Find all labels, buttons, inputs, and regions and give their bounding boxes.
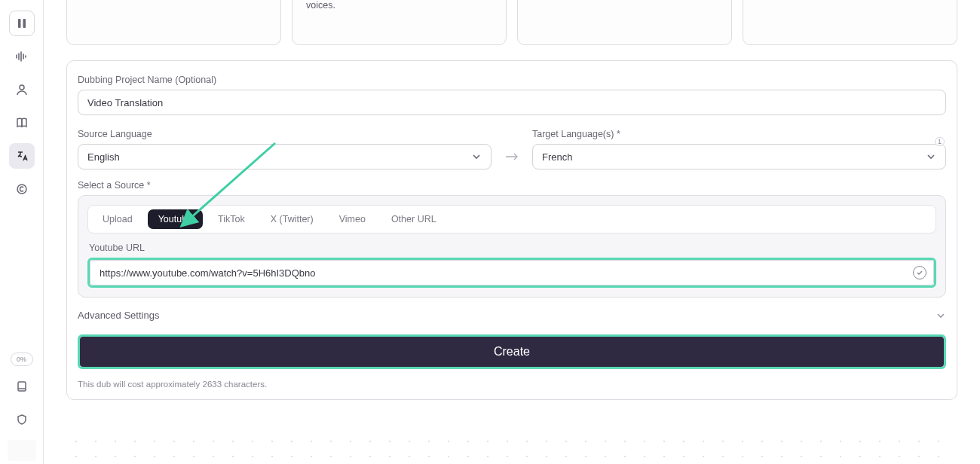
advanced-settings-toggle[interactable]: Advanced Settings — [78, 310, 946, 321]
dubbing-form: Dubbing Project Name (Optional) Source L… — [66, 60, 957, 400]
youtube-url-input[interactable] — [90, 260, 934, 285]
source-lang-label: Source Language — [78, 129, 492, 139]
person-icon[interactable] — [9, 77, 35, 102]
create-button[interactable]: Create — [80, 337, 944, 367]
credits-icon[interactable] — [9, 176, 35, 202]
source-tab-x[interactable]: X (Twitter) — [260, 209, 324, 229]
shield-icon[interactable] — [9, 407, 35, 432]
source-lang-value: English — [87, 151, 120, 163]
source-panel: Upload Youtube TikTok X (Twitter) Vimeo … — [78, 195, 946, 298]
arrow-right-icon — [502, 144, 522, 169]
docs-icon[interactable] — [9, 374, 35, 399]
sidebar: 0% — [0, 0, 44, 464]
source-tab-tiktok[interactable]: TikTok — [207, 209, 256, 229]
chevron-down-icon — [926, 151, 936, 162]
info-card: dubbing video content across YouTube, Ti… — [66, 0, 281, 45]
cost-note: This dub will cost approximately 2633 ch… — [78, 380, 946, 389]
source-tab-youtube[interactable]: Youtube — [148, 209, 203, 229]
info-card: dubbing them into many languages without… — [292, 0, 507, 45]
source-lang-select[interactable]: English — [78, 144, 492, 169]
youtube-url-highlight — [87, 258, 936, 288]
svg-point-8 — [17, 185, 26, 194]
info-card: by dubbing online course content, lectur… — [743, 0, 957, 45]
book-icon[interactable] — [9, 110, 35, 136]
waveform-icon[interactable] — [9, 44, 35, 69]
svg-rect-0 — [18, 19, 21, 28]
svg-point-7 — [20, 85, 24, 90]
target-lang-label: Target Language(s) * — [532, 129, 946, 139]
chevron-down-icon — [471, 151, 482, 162]
main-content: dubbing video content across YouTube, Ti… — [44, 0, 980, 464]
info-card: and engage a global audience in their na… — [517, 0, 732, 45]
advanced-settings-label: Advanced Settings — [78, 310, 159, 321]
target-lang-select[interactable]: French — [532, 144, 946, 169]
check-circle-icon — [913, 266, 926, 279]
account-square[interactable] — [8, 440, 36, 461]
source-tab-other[interactable]: Other URL — [381, 209, 447, 229]
source-tab-vimeo[interactable]: Vimeo — [329, 209, 376, 229]
source-tab-upload[interactable]: Upload — [92, 209, 143, 229]
chevron-down-icon — [936, 310, 946, 321]
create-button-highlight: Create — [78, 334, 946, 369]
usage-chip[interactable]: 0% — [11, 353, 33, 366]
target-lang-count: 1 — [935, 137, 945, 146]
info-card-row: dubbing video content across YouTube, Ti… — [66, 0, 957, 45]
decorative-dots — [66, 429, 957, 464]
project-name-label: Dubbing Project Name (Optional) — [78, 75, 946, 85]
svg-rect-9 — [18, 382, 26, 391]
svg-rect-1 — [23, 19, 26, 28]
target-lang-value: French — [542, 151, 572, 163]
project-name-input[interactable] — [78, 90, 946, 115]
source-tabs: Upload Youtube TikTok X (Twitter) Vimeo … — [87, 205, 936, 234]
translate-icon[interactable] — [9, 143, 35, 169]
youtube-url-label: Youtube URL — [89, 243, 936, 253]
pause-icon[interactable] — [9, 11, 35, 36]
select-source-label: Select a Source * — [78, 180, 946, 191]
